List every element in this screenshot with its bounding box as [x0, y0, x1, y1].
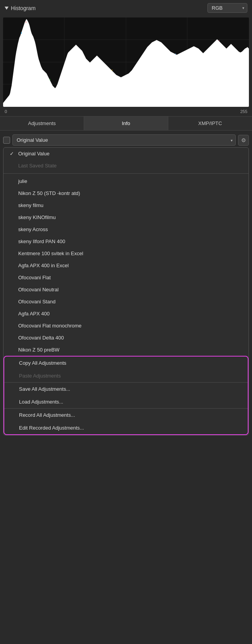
tab-adjustments[interactable]: Adjustments — [0, 117, 84, 130]
preset-select-wrapper: Original Value ▾ — [12, 134, 236, 146]
menu-item-skeny-ilford[interactable]: skeny Ilford PAN 400 — [3, 235, 249, 247]
histogram-max-label: 255 — [240, 109, 247, 114]
menu-item-agfa-apx-400[interactable]: Agfa APX 400 — [3, 308, 249, 320]
tab-xmp-iptc[interactable]: XMP/IPTC — [168, 117, 252, 130]
histogram-svg — [3, 17, 249, 107]
channel-dropdown[interactable]: RGB Red Green Blue Luminosity — [207, 3, 247, 13]
histogram-header: Histogram RGB Red Green Blue Luminosity … — [0, 0, 252, 16]
svg-rect-7 — [21, 32, 22, 34]
menu-item-ofocovani-flat-mono[interactable]: Ofocovani Flat monochrome — [3, 320, 249, 332]
bottom-actions-group: Copy All Adjustments Paste Adjustments S… — [3, 356, 249, 435]
svg-rect-9 — [50, 79, 50, 80]
preset-select[interactable]: Original Value — [12, 134, 236, 146]
menu-item-skeny-kinofilmu[interactable]: skeny KINOfilmu — [3, 211, 249, 223]
menu-item-kentmere[interactable]: Kentmere 100 svitek in Excel — [3, 247, 249, 259]
histogram-min-label: 0 — [5, 109, 7, 114]
menu-item-ofocovani-stand[interactable]: Ofocovani Stand — [3, 296, 249, 308]
menu-item-julie[interactable]: julie — [3, 175, 249, 187]
menu-item-ofocovani-delta[interactable]: Ofocovani Delta 400 — [3, 332, 249, 344]
menu-item-save-all[interactable]: Save All Adjustments... — [4, 383, 248, 395]
menu-item-edit-recorded[interactable]: Edit Recorded Adjustments... — [4, 421, 248, 434]
svg-rect-10 — [112, 70, 112, 71]
check-icon: ✓ — [10, 151, 15, 157]
menu-item-record-all[interactable]: Record All Adjustments... — [4, 409, 248, 421]
menu-item-skeny-across[interactable]: skeny Across — [3, 223, 249, 235]
gear-button[interactable]: ⚙ — [238, 135, 249, 146]
histogram-title-row: Histogram — [5, 5, 36, 11]
svg-rect-11 — [175, 53, 176, 55]
menu-item-copy-all[interactable]: Copy All Adjustments — [4, 357, 248, 369]
menu-item-original-value[interactable]: ✓ Original Value — [3, 148, 249, 160]
svg-rect-8 — [26, 21, 26, 23]
histogram-title: Histogram — [11, 5, 36, 11]
tabs-row: Adjustments Info XMP/IPTC — [0, 116, 252, 131]
tab-info[interactable]: Info — [84, 117, 168, 130]
histogram-labels: 0 255 — [0, 108, 252, 116]
menu-item-load[interactable]: Load Adjustments... — [4, 395, 248, 408]
enable-checkbox[interactable] — [3, 137, 10, 144]
menu-divider-1 — [3, 173, 249, 174]
main-content: Original Value ▾ ⚙ ✓ Original Value Last… — [0, 131, 252, 439]
original-value-row: Original Value ▾ ⚙ — [3, 134, 249, 146]
menu-item-ofocovani-flat[interactable]: Ofocovani Flat — [3, 272, 249, 284]
menu-item-agfa-excel[interactable]: Agfa APX 400 in Excel — [3, 259, 249, 272]
collapse-icon[interactable] — [5, 7, 9, 10]
channel-dropdown-wrapper: RGB Red Green Blue Luminosity ▾ — [207, 3, 247, 13]
menu-item-nikon-z50[interactable]: Nikon Z 50 (STD -kontr atd) — [3, 187, 249, 199]
histogram-section: Histogram RGB Red Green Blue Luminosity … — [0, 0, 252, 116]
menu-item-last-saved: Last Saved State — [3, 160, 249, 172]
menu-item-nikon-prebw[interactable]: Nikon Z 50 preBW — [3, 344, 249, 356]
menu-item-skeny-filmu[interactable]: skeny filmu — [3, 199, 249, 211]
dropdown-menu: ✓ Original Value Last Saved State julie … — [3, 147, 249, 435]
histogram-canvas — [3, 17, 249, 107]
menu-item-paste: Paste Adjustments — [4, 369, 248, 382]
menu-item-ofocovani-neutral[interactable]: Ofocovani Neutral — [3, 284, 249, 296]
gear-icon: ⚙ — [241, 137, 246, 143]
svg-rect-12 — [219, 40, 219, 41]
